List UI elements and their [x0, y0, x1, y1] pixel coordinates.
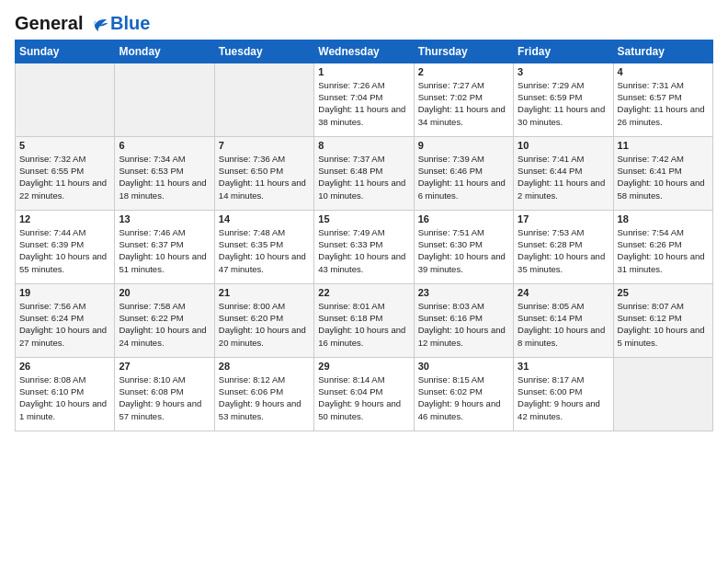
col-header-friday: Friday	[514, 40, 613, 63]
header: General Blue	[15, 9, 713, 34]
day-number: 28	[219, 361, 310, 372]
day-number: 31	[518, 361, 609, 372]
day-info: Sunrise: 8:05 AM Sunset: 6:14 PM Dayligh…	[518, 300, 609, 349]
day-number: 9	[418, 140, 509, 151]
col-header-tuesday: Tuesday	[214, 40, 313, 63]
day-info: Sunrise: 7:31 AM Sunset: 6:57 PM Dayligh…	[618, 79, 709, 128]
day-number: 6	[119, 140, 210, 151]
day-info: Sunrise: 8:07 AM Sunset: 6:12 PM Dayligh…	[618, 300, 709, 349]
day-number: 8	[318, 140, 409, 151]
week-row-2: 12Sunrise: 7:44 AM Sunset: 6:39 PM Dayli…	[16, 210, 713, 283]
day-cell-13: 13Sunrise: 7:46 AM Sunset: 6:37 PM Dayli…	[115, 210, 214, 283]
day-cell-19: 19Sunrise: 7:56 AM Sunset: 6:24 PM Dayli…	[16, 283, 115, 357]
day-cell-23: 23Sunrise: 8:03 AM Sunset: 6:16 PM Dayli…	[414, 283, 513, 357]
day-cell-27: 27Sunrise: 8:10 AM Sunset: 6:08 PM Dayli…	[115, 357, 214, 431]
empty-cell	[214, 63, 313, 136]
day-number: 21	[219, 287, 310, 298]
day-info: Sunrise: 7:58 AM Sunset: 6:22 PM Dayligh…	[119, 300, 210, 349]
day-cell-15: 15Sunrise: 7:49 AM Sunset: 6:33 PM Dayli…	[314, 210, 414, 283]
day-cell-14: 14Sunrise: 7:48 AM Sunset: 6:35 PM Dayli…	[214, 210, 313, 283]
day-number: 2	[418, 66, 509, 77]
day-info: Sunrise: 7:48 AM Sunset: 6:35 PM Dayligh…	[219, 226, 310, 275]
day-info: Sunrise: 7:49 AM Sunset: 6:33 PM Dayligh…	[318, 226, 409, 275]
day-info: Sunrise: 7:42 AM Sunset: 6:41 PM Dayligh…	[618, 153, 709, 201]
day-cell-9: 9Sunrise: 7:39 AM Sunset: 6:46 PM Daylig…	[414, 136, 513, 210]
day-cell-30: 30Sunrise: 8:15 AM Sunset: 6:02 PM Dayli…	[414, 357, 513, 431]
header-row: SundayMondayTuesdayWednesdayThursdayFrid…	[16, 40, 713, 63]
day-cell-5: 5Sunrise: 7:32 AM Sunset: 6:55 PM Daylig…	[16, 136, 115, 210]
day-info: Sunrise: 7:27 AM Sunset: 7:02 PM Dayligh…	[418, 79, 509, 128]
day-number: 18	[618, 213, 709, 224]
day-cell-31: 31Sunrise: 8:17 AM Sunset: 6:00 PM Dayli…	[514, 357, 613, 431]
day-number: 10	[518, 140, 609, 151]
col-header-thursday: Thursday	[414, 40, 513, 63]
day-cell-18: 18Sunrise: 7:54 AM Sunset: 6:26 PM Dayli…	[613, 210, 712, 283]
col-header-sunday: Sunday	[16, 40, 115, 63]
day-info: Sunrise: 7:39 AM Sunset: 6:46 PM Dayligh…	[418, 153, 509, 201]
week-row-3: 19Sunrise: 7:56 AM Sunset: 6:24 PM Dayli…	[16, 283, 713, 357]
day-info: Sunrise: 7:53 AM Sunset: 6:28 PM Dayligh…	[518, 226, 609, 275]
day-cell-17: 17Sunrise: 7:53 AM Sunset: 6:28 PM Dayli…	[514, 210, 613, 283]
day-cell-3: 3Sunrise: 7:29 AM Sunset: 6:59 PM Daylig…	[514, 63, 613, 136]
day-info: Sunrise: 7:26 AM Sunset: 7:04 PM Dayligh…	[318, 79, 409, 128]
day-cell-6: 6Sunrise: 7:34 AM Sunset: 6:53 PM Daylig…	[115, 136, 214, 210]
logo: General Blue	[15, 13, 150, 34]
day-info: Sunrise: 8:03 AM Sunset: 6:16 PM Dayligh…	[418, 300, 509, 349]
day-info: Sunrise: 7:44 AM Sunset: 6:39 PM Dayligh…	[19, 226, 110, 275]
day-cell-12: 12Sunrise: 7:44 AM Sunset: 6:39 PM Dayli…	[16, 210, 115, 283]
day-number: 14	[219, 213, 310, 224]
day-info: Sunrise: 8:08 AM Sunset: 6:10 PM Dayligh…	[19, 373, 110, 422]
day-info: Sunrise: 7:37 AM Sunset: 6:48 PM Dayligh…	[318, 153, 409, 201]
day-info: Sunrise: 7:29 AM Sunset: 6:59 PM Dayligh…	[518, 79, 609, 128]
day-number: 27	[119, 361, 210, 372]
day-cell-7: 7Sunrise: 7:36 AM Sunset: 6:50 PM Daylig…	[214, 136, 313, 210]
col-header-saturday: Saturday	[613, 40, 712, 63]
day-cell-28: 28Sunrise: 8:12 AM Sunset: 6:06 PM Dayli…	[214, 357, 313, 431]
day-cell-20: 20Sunrise: 7:58 AM Sunset: 6:22 PM Dayli…	[115, 283, 214, 357]
empty-cell	[613, 357, 712, 431]
day-number: 25	[618, 287, 709, 298]
day-cell-1: 1Sunrise: 7:26 AM Sunset: 7:04 PM Daylig…	[314, 63, 414, 136]
day-info: Sunrise: 7:36 AM Sunset: 6:50 PM Dayligh…	[219, 153, 310, 201]
empty-cell	[16, 63, 115, 136]
week-row-0: 1Sunrise: 7:26 AM Sunset: 7:04 PM Daylig…	[16, 63, 713, 136]
day-info: Sunrise: 7:51 AM Sunset: 6:30 PM Dayligh…	[418, 226, 509, 275]
day-cell-4: 4Sunrise: 7:31 AM Sunset: 6:57 PM Daylig…	[613, 63, 712, 136]
week-row-4: 26Sunrise: 8:08 AM Sunset: 6:10 PM Dayli…	[16, 357, 713, 431]
day-cell-16: 16Sunrise: 7:51 AM Sunset: 6:30 PM Dayli…	[414, 210, 513, 283]
day-cell-26: 26Sunrise: 8:08 AM Sunset: 6:10 PM Dayli…	[16, 357, 115, 431]
day-number: 7	[219, 140, 310, 151]
day-info: Sunrise: 7:56 AM Sunset: 6:24 PM Dayligh…	[19, 300, 110, 349]
day-number: 30	[418, 361, 509, 372]
day-info: Sunrise: 7:41 AM Sunset: 6:44 PM Dayligh…	[518, 153, 609, 201]
day-info: Sunrise: 8:01 AM Sunset: 6:18 PM Dayligh…	[318, 300, 409, 349]
day-info: Sunrise: 8:14 AM Sunset: 6:04 PM Dayligh…	[318, 373, 409, 422]
day-number: 23	[418, 287, 509, 298]
day-number: 17	[518, 213, 609, 224]
calendar-table: SundayMondayTuesdayWednesdayThursdayFrid…	[15, 40, 713, 431]
week-row-1: 5Sunrise: 7:32 AM Sunset: 6:55 PM Daylig…	[16, 136, 713, 210]
day-info: Sunrise: 8:15 AM Sunset: 6:02 PM Dayligh…	[418, 373, 509, 422]
day-cell-29: 29Sunrise: 8:14 AM Sunset: 6:04 PM Dayli…	[314, 357, 414, 431]
day-info: Sunrise: 8:10 AM Sunset: 6:08 PM Dayligh…	[119, 373, 210, 422]
day-number: 19	[19, 287, 110, 298]
col-header-wednesday: Wednesday	[314, 40, 414, 63]
empty-cell	[115, 63, 214, 136]
day-cell-21: 21Sunrise: 8:00 AM Sunset: 6:20 PM Dayli…	[214, 283, 313, 357]
day-cell-25: 25Sunrise: 8:07 AM Sunset: 6:12 PM Dayli…	[613, 283, 712, 357]
day-number: 29	[318, 361, 409, 372]
day-number: 13	[119, 213, 210, 224]
logo-general: General	[15, 13, 83, 33]
logo-bird-icon	[89, 16, 109, 34]
day-cell-10: 10Sunrise: 7:41 AM Sunset: 6:44 PM Dayli…	[514, 136, 613, 210]
day-number: 11	[618, 140, 709, 151]
col-header-monday: Monday	[115, 40, 214, 63]
day-info: Sunrise: 8:12 AM Sunset: 6:06 PM Dayligh…	[219, 373, 310, 422]
day-number: 12	[19, 213, 110, 224]
day-number: 15	[318, 213, 409, 224]
day-number: 5	[19, 140, 110, 151]
day-number: 16	[418, 213, 509, 224]
day-cell-8: 8Sunrise: 7:37 AM Sunset: 6:48 PM Daylig…	[314, 136, 414, 210]
page-container: General Blue SundayMondayTuesdayWednesda…	[0, 0, 728, 441]
day-cell-22: 22Sunrise: 8:01 AM Sunset: 6:18 PM Dayli…	[314, 283, 414, 357]
